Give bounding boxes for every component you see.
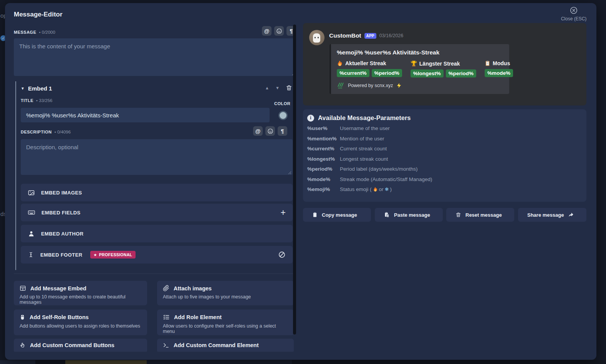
- embed-controls: ▲ ▼: [265, 84, 292, 91]
- add-custom-command-buttons-card[interactable]: Add Custom Command Buttons: [14, 339, 147, 352]
- close-button[interactable]: Close (ESC): [556, 6, 591, 21]
- description-label-row: DESCRIPTION • 0/4096: [21, 130, 71, 134]
- app-badge: APP: [364, 33, 376, 39]
- embed-title-input[interactable]: [21, 108, 270, 122]
- parameter-row: %mode% Streak mode (Automatic/Staff Mana…: [307, 176, 582, 182]
- caret-down-icon: ▼: [21, 86, 25, 91]
- divider: [14, 273, 296, 274]
- background-segment: [147, 360, 292, 364]
- embed-field: Aktueller Streak %current% %period%: [337, 60, 402, 77]
- embed-field: Längster Streak %longest% %period%: [411, 60, 476, 77]
- add-message-embed-card[interactable]: Add Message Embed Add up to 10 message e…: [14, 281, 147, 305]
- at-icon: @: [255, 128, 261, 134]
- embed-fields-section[interactable]: EMBED FIELDS +: [21, 204, 293, 221]
- message-editor-screen: op ✓ ds Message-Editor Close (ESC) MESSA…: [0, 0, 606, 364]
- parameters-title: Available Message-Parameters: [318, 114, 411, 122]
- embed-author-section[interactable]: EMBED AUTHOR: [21, 225, 293, 242]
- parameters-heading: i Available Message-Parameters: [307, 114, 582, 122]
- plus-icon: +: [281, 208, 286, 218]
- verified-check-icon: ✓: [0, 35, 5, 41]
- mention-button[interactable]: @: [253, 126, 263, 136]
- move-embed-up-button[interactable]: ▲: [265, 86, 269, 90]
- clipboard-emoji: [485, 60, 490, 66]
- add-self-role-buttons-card[interactable]: Add Self-Role Buttons Add buttons allowi…: [14, 310, 147, 335]
- parameter-row: %longest% Longest streak count: [307, 156, 582, 162]
- trash-icon: [455, 212, 461, 218]
- snowflake-emoji: ❄: [385, 186, 389, 192]
- message-label-row: MESSAGE • 0/2000: [14, 30, 55, 35]
- emoji-button[interactable]: [274, 26, 284, 36]
- embed-color-picker[interactable]: [278, 111, 288, 120]
- list-checks-icon: [163, 314, 170, 321]
- message-counter: • 0/2000: [39, 30, 55, 35]
- close-label: Close (ESC): [556, 16, 591, 21]
- reset-message-button[interactable]: Reset message: [446, 208, 514, 222]
- preview-embed-card: %emoji% %user%s Aktivitäts-Streak Aktuel…: [329, 44, 509, 94]
- title-counter: • 33/256: [36, 98, 52, 103]
- smiley-icon: [276, 28, 282, 34]
- at-icon: @: [264, 28, 270, 34]
- title-label-row: TITLE • 33/256: [21, 98, 52, 103]
- embed-collapse-toggle[interactable]: ▼ Embed 1: [21, 85, 52, 92]
- mouse-icon: [20, 314, 25, 321]
- action-label: Paste message: [394, 212, 430, 218]
- parameter-row: %mention% Mention of the user: [307, 136, 582, 142]
- description-text: or: [379, 186, 384, 192]
- message-toolbar: @ ¶: [262, 26, 296, 36]
- parameter-name: %mode%: [307, 176, 340, 182]
- field-value-badge: %mode%: [485, 69, 513, 77]
- action-label: Reset message: [465, 212, 502, 218]
- message-timestamp: 03/16/2026: [379, 33, 404, 38]
- footer-locked-button[interactable]: [278, 251, 286, 259]
- copy-message-button[interactable]: Copy message: [303, 208, 371, 222]
- professional-badge-label: PROFESSIONAL: [99, 252, 132, 257]
- embed-footer-section[interactable]: EMBED FOOTER ★ PROFESSIONAL: [21, 246, 293, 264]
- parameter-name: %period%: [307, 166, 340, 172]
- parameter-row: %user% Username of the user: [307, 125, 582, 131]
- delete-embed-trash-icon[interactable]: [286, 84, 292, 91]
- description-counter: • 0/4096: [55, 130, 71, 134]
- field-value-badge: %longest%: [411, 69, 444, 77]
- card-title: Add Custom Command Buttons: [30, 342, 114, 348]
- action-label: Share message: [527, 212, 564, 218]
- add-custom-command-element-card[interactable]: Add Custom Command Element: [157, 339, 294, 352]
- parameter-name: %emoji%: [307, 186, 340, 192]
- embed-images-section[interactable]: EMBED IMAGES: [21, 184, 293, 201]
- bot-name: CustomBot: [329, 32, 361, 39]
- markdown-button[interactable]: ¶: [278, 126, 287, 136]
- parameter-description: Longest streak count: [340, 156, 388, 162]
- background-segment: [0, 360, 35, 364]
- parameter-description: Status emoji ( or ❄ ): [340, 186, 392, 192]
- left-panel-scrollbar[interactable]: [293, 25, 296, 334]
- add-field-button[interactable]: +: [281, 208, 286, 218]
- bot-avatar: [309, 30, 325, 45]
- parameter-name: %mention%: [307, 136, 340, 142]
- embed-footer-label: EMBED FOOTER: [40, 252, 83, 258]
- field-value-badge: %current%: [337, 69, 369, 77]
- paste-message-button[interactable]: Paste message: [375, 208, 443, 222]
- message-textarea[interactable]: [14, 38, 296, 76]
- embed-description-textarea[interactable]: [21, 139, 293, 175]
- add-role-element-card[interactable]: Add Role Element Allow users to configur…: [157, 310, 294, 335]
- embed-author-label: EMBED AUTHOR: [41, 231, 83, 237]
- fire-emoji: [373, 187, 378, 192]
- color-label: COLOR: [274, 101, 290, 106]
- field-value-badge: %period%: [446, 69, 476, 77]
- embed-field: Modus %mode%: [485, 60, 513, 77]
- footer-text: Powered by scnx.xyz: [348, 83, 393, 88]
- action-label: Copy message: [322, 212, 357, 218]
- close-circle-x-icon: [570, 6, 578, 15]
- card-subtitle: Allow users to configure their self-role…: [163, 323, 288, 334]
- move-embed-down-button[interactable]: ▼: [275, 86, 280, 90]
- embed-header-title: Embed 1: [28, 85, 52, 92]
- background-cutoff-text-top: op: [0, 12, 5, 19]
- emoji-button[interactable]: [265, 126, 275, 136]
- card-title: Add Message Embed: [30, 285, 86, 292]
- mention-button[interactable]: @: [262, 26, 272, 36]
- parameter-row: %period% Period label (days/weeks/months…: [307, 166, 582, 172]
- parameter-description: Current streak count: [340, 146, 387, 152]
- share-message-button[interactable]: Share message: [518, 208, 586, 222]
- background-bottom-strip: [0, 360, 606, 364]
- zap-emoji: [396, 83, 402, 88]
- attach-images-card[interactable]: Attach images Attach up to five images t…: [157, 281, 294, 305]
